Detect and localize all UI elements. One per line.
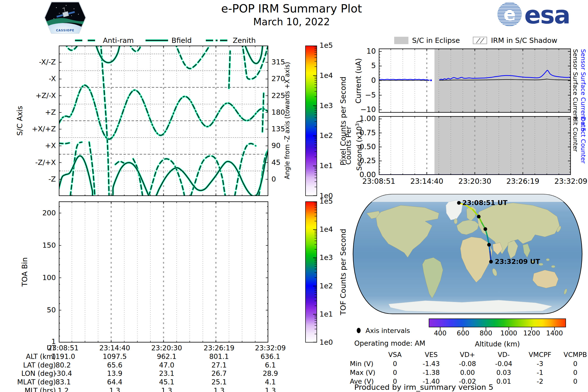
altitude-tick: 1400	[540, 329, 569, 337]
ephemeris-cell: -30.4	[44, 370, 83, 378]
legend-label-zenith: Zenith	[233, 36, 256, 44]
ephemeris-cell: 45.1	[147, 378, 186, 386]
colorbar-tick: 1e3	[320, 102, 346, 110]
voltage-cell: 0	[558, 369, 588, 376]
colorbar-tick: 1e1	[320, 310, 346, 318]
altitude-colorbar-label: Altitude (km)	[429, 340, 566, 348]
sc-axis-right-tick: 45	[272, 158, 296, 166]
ephemeris-cell: 64.4	[95, 378, 134, 386]
ephemeris-cell: 1097.5	[95, 352, 134, 361]
voltage-cell: 0.00	[450, 369, 484, 376]
ephemeris-cell: 962.1	[147, 352, 186, 361]
epop-irm-summary-page: CASSIOPE e-POP IRM Summary Plot March 10…	[0, 0, 588, 392]
esa-logo-graphic: e esa	[497, 2, 586, 27]
ephemeris-cell: 801.1	[200, 352, 239, 361]
esa-wordmark: esa	[524, 2, 570, 27]
ephemeris-cell: 23:20:30	[147, 344, 186, 352]
voltage-cell: -1.43	[414, 360, 448, 368]
ephemeris-cell: 65.6	[95, 361, 134, 369]
voltage-column-header: VD-	[486, 351, 521, 358]
voltage-cell: 0	[378, 360, 412, 368]
voltage-cell: -0.04	[486, 360, 521, 368]
voltage-table: VSAVESVD+VD-VMCPFVCMPBMin (V)0-1.43-0.08…	[343, 351, 588, 383]
sc-axis-ytick: -X/-Z	[0, 58, 56, 66]
toa-ylabel: TOA Bin	[20, 248, 29, 296]
counts-ytick: 0.75	[347, 128, 376, 137]
time-axis-tick: 23:20:30	[453, 177, 497, 186]
sc-axis-plot	[59, 46, 268, 196]
legend-label-bfield: Bfield	[172, 36, 192, 44]
voltage-column-header: VCMPB	[558, 351, 588, 358]
time-axis-tick: 23:14:40	[405, 177, 449, 186]
colorbar-tick: 1e2	[320, 131, 346, 140]
track-end-label: 23:32:09 UT	[495, 258, 540, 265]
ephemeris-cell: 1191.0	[44, 352, 83, 361]
esa-logo: e esa	[497, 2, 586, 27]
voltage-cell: -2	[523, 378, 557, 385]
current-ytick: −10	[347, 105, 376, 114]
voltage-cell: 0	[558, 360, 588, 368]
time-axis-tick: 23:08:51	[357, 177, 401, 186]
toa-ytick: 1	[0, 337, 56, 346]
svg-text:e: e	[504, 4, 516, 25]
colorbar-tick: 1e4	[320, 225, 346, 234]
ephemeris-cell: 23.1	[147, 370, 186, 378]
time-axis-tick: 23:26:19	[501, 177, 545, 186]
voltage-cell: -3	[523, 360, 557, 368]
sc-axis-ytick: -Z	[0, 175, 56, 183]
tof-colorbar-ticks	[305, 202, 317, 342]
ephemeris-cell: 25.1	[200, 378, 239, 386]
ephemeris-cell: 1.3	[147, 386, 186, 392]
voltage-cell: 0	[558, 378, 588, 385]
current-plot	[379, 48, 571, 113]
tof-colorbar-label: TOF Counts per Second	[338, 196, 348, 348]
sc-axis-right-tick: 180	[272, 108, 296, 116]
legend-swatch-irm-shadow-icon	[473, 37, 487, 44]
current-right-label-inner: Sensor Surface Current	[572, 49, 579, 120]
track-start-label: 23:08:51 UT	[462, 199, 508, 206]
voltage-column-header: VES	[414, 351, 448, 358]
ephemeris-cell: 23:14:40	[95, 344, 134, 352]
voltage-row-label: Max (V)	[350, 369, 382, 376]
legend-label-antiram: Anti-ram	[103, 36, 134, 44]
counts-right-label-inner: Hit Counter	[572, 116, 579, 152]
axis-intervals-label: Axis intervals	[366, 327, 410, 334]
page-subtitle: March 10, 2022	[172, 16, 412, 28]
voltage-cell: -1.38	[414, 369, 448, 376]
colorbar-tick: 1e5	[320, 41, 346, 50]
colorbar-tick: 1e4	[320, 71, 346, 80]
legend-line-antiram-icon	[74, 37, 98, 44]
cassiope-patch-graphic: CASSIOPE	[44, 2, 86, 34]
altitude-colorbar	[429, 318, 566, 327]
sc-axis-right-axis-label: Angle from -Z axis (towards +X axis)	[283, 44, 291, 196]
ephemeris-cell: 1.3	[95, 386, 134, 392]
voltage-row-label: Min (V)	[350, 360, 382, 368]
toa-ytick: 50	[0, 306, 56, 314]
ephemeris-cell: 4.1	[251, 378, 290, 386]
toa-bin-plot	[59, 202, 268, 342]
voltage-column-header: VSA	[378, 351, 412, 358]
sc-axis-ylabel: S/C Axis	[15, 96, 24, 145]
sc-axis-ytick: +X	[0, 141, 56, 150]
ephemeris-cell: 1.3	[251, 386, 290, 392]
operating-mode-label: Operating mode: AM	[354, 339, 425, 348]
colorbar-tick: 1e5	[320, 197, 346, 205]
sc-axis-right-tick: 0	[272, 175, 296, 183]
footer-version-label: Produced by irm_summary version 5	[354, 383, 494, 392]
sc-axis-right-tick: 270	[272, 74, 296, 83]
ephemeris-cell: 28.9	[251, 370, 290, 378]
ephemeris-cell: 83.1	[44, 378, 83, 386]
patch-text: CASSIOPE	[56, 29, 74, 32]
current-ytick: 5	[347, 61, 376, 70]
toa-ytick: 200	[0, 209, 56, 217]
legend-label-eclipse: S/C in Eclipse	[412, 36, 460, 44]
ground-track-map: 23:08:51 UT23:32:09 UT	[352, 192, 583, 316]
axis-intervals-dot-icon	[356, 327, 363, 334]
sc-axis-right-tick: 315	[272, 58, 296, 66]
sc-axis-right-tick: 225	[272, 92, 296, 100]
ephemeris-cell: 27.1	[200, 361, 239, 369]
ephemeris-cell: 26.7	[200, 370, 239, 378]
voltage-cell: -1	[523, 369, 557, 376]
current-ytick: −5	[347, 91, 376, 99]
voltage-cell: 0.03	[486, 369, 521, 376]
